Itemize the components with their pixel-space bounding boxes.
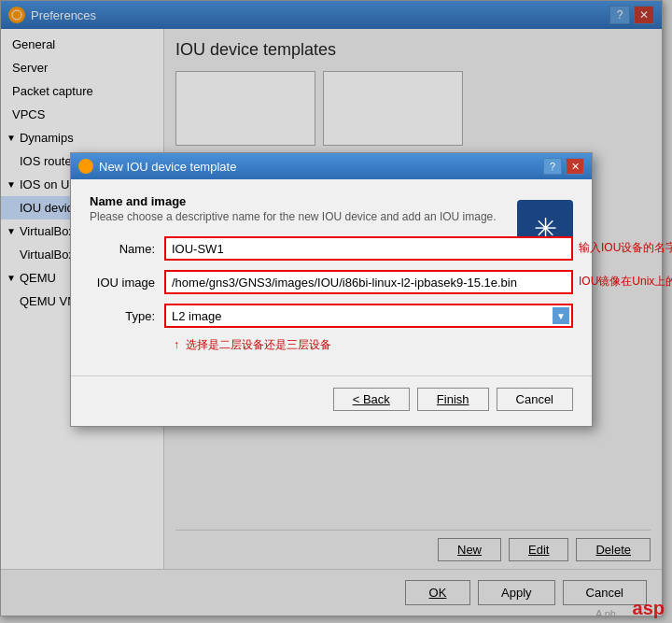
main-window: Preferences ? ✕ General Server Packet ca… bbox=[0, 0, 663, 616]
dialog-help-button[interactable]: ? bbox=[543, 158, 562, 175]
type-hint: ↑ 选择是二层设备还是三层设备 bbox=[174, 337, 573, 353]
type-row: Type: L2 image L3 image ▼ bbox=[90, 304, 573, 328]
hint-arrow-icon: ↑ bbox=[174, 338, 179, 351]
iou-image-row: IOU image IOU镜像在Unix上的目录路径 bbox=[90, 270, 573, 294]
back-button[interactable]: < Back bbox=[333, 388, 410, 411]
dialog-section-title: Name and image bbox=[90, 194, 573, 208]
name-input[interactable] bbox=[164, 236, 573, 261]
iou-image-input[interactable] bbox=[164, 270, 573, 294]
iou-image-label: IOU image bbox=[90, 276, 164, 290]
dialog-close-button[interactable]: ✕ bbox=[566, 158, 584, 175]
name-label: Name: bbox=[90, 242, 164, 256]
dialog-overlay: New IOU device template ? ✕ ✳ Name and i… bbox=[1, 1, 662, 616]
name-row: Name: 输入IOU设备的名字，没有特殊要求，有代表意义就可以 bbox=[90, 236, 573, 261]
name-hint: 输入IOU设备的名字，没有特殊要求，有代表意义就可以 bbox=[579, 240, 672, 256]
dialog-app-icon bbox=[78, 159, 93, 174]
dialog-footer: < Back Finish Cancel bbox=[71, 375, 592, 426]
watermark-text: asp bbox=[633, 598, 665, 619]
watermark-subtext: A ph bbox=[595, 608, 616, 619]
name-input-wrap: 输入IOU设备的名字，没有特殊要求，有代表意义就可以 bbox=[164, 236, 573, 261]
iou-image-hint: IOU镜像在Unix上的目录路径 bbox=[579, 274, 672, 290]
dialog-body: ✳ Name and image Please choose a descrip… bbox=[71, 179, 592, 368]
iou-image-input-wrap: IOU镜像在Unix上的目录路径 bbox=[164, 270, 573, 294]
dialog-title: New IOU device template bbox=[99, 160, 543, 174]
type-select[interactable]: L2 image L3 image bbox=[164, 304, 573, 328]
new-iou-dialog: New IOU device template ? ✕ ✳ Name and i… bbox=[70, 152, 593, 427]
svg-point-1 bbox=[82, 163, 90, 170]
type-select-wrap: L2 image L3 image ▼ bbox=[164, 304, 573, 328]
dialog-section-desc: Please choose a descriptive name for the… bbox=[90, 210, 573, 223]
type-label: Type: bbox=[90, 309, 164, 323]
finish-button[interactable]: Finish bbox=[417, 388, 489, 411]
dialog-cancel-button[interactable]: Cancel bbox=[497, 388, 573, 411]
dialog-titlebar: New IOU device template ? ✕ bbox=[71, 153, 592, 179]
dialog-controls: ? ✕ bbox=[543, 158, 584, 175]
